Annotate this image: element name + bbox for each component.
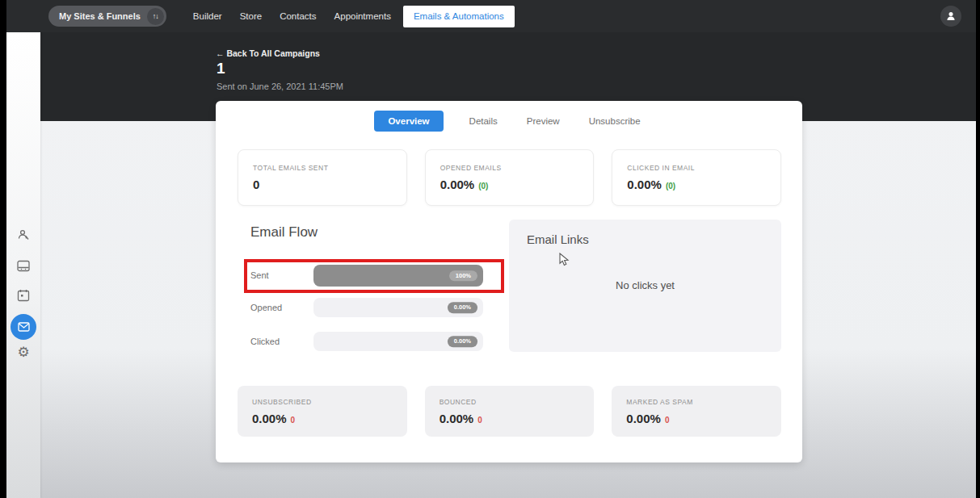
top-stats-row: TOTAL EMAILS SENT 0 OPENED EMAILS 0.00%(… <box>238 149 781 206</box>
stat-unsubscribed: UNSUBSCRIBED 0.00%0 <box>238 386 407 437</box>
stat-value: 0.00%0 <box>440 412 580 425</box>
tab-preview[interactable]: Preview <box>524 111 563 132</box>
top-navbar: My Sites & Funnels ↑↓ Builder Store Cont… <box>6 0 976 32</box>
back-to-campaigns-link[interactable]: ← Back To All Campaigns <box>216 48 320 58</box>
person-icon <box>944 10 957 23</box>
nav-item-emails-automations[interactable]: Emails & Automations <box>403 6 515 27</box>
nav-item-appointments[interactable]: Appointments <box>326 0 400 32</box>
mouse-cursor-icon <box>559 253 570 266</box>
stat-label: TOTAL EMAILS SENT <box>253 164 392 172</box>
stat-label: CLICKED IN EMAIL <box>627 164 766 172</box>
stat-count: (0) <box>666 182 675 190</box>
tab-overview[interactable]: Overview <box>374 111 443 132</box>
flow-label-opened: Opened <box>250 303 282 312</box>
stat-label: MARKED AS SPAM <box>626 398 767 406</box>
stat-value: 0.00%(0) <box>627 178 766 191</box>
stat-clicked-in-email: CLICKED IN EMAIL 0.00%(0) <box>612 149 781 206</box>
stat-value: 0.00%0 <box>252 412 393 425</box>
stat-value: 0 <box>253 178 392 191</box>
flow-label-sent: Sent <box>250 270 269 280</box>
bottom-stats-row: UNSUBSCRIBED 0.00%0 BOUNCED 0.00%0 MARKE… <box>238 386 781 437</box>
stat-marked-as-spam: MARKED AS SPAM 0.00%0 <box>612 386 781 437</box>
stat-count: 0 <box>291 416 296 425</box>
campaign-title: 1 <box>217 60 225 77</box>
contacts-icon[interactable] <box>17 228 31 242</box>
nav-item-contacts[interactable]: Contacts <box>271 0 325 32</box>
stat-count: 0 <box>665 416 670 425</box>
tab-unsubscribe[interactable]: Unsubscribe <box>586 111 644 132</box>
stat-value: 0.00%0 <box>626 412 767 425</box>
flow-bar-opened: 0.00% <box>313 298 483 317</box>
email-icon[interactable] <box>11 314 36 340</box>
campaign-stats-card: Overview Details Preview Unsubscribe TOT… <box>216 101 802 462</box>
sites-icon[interactable] <box>17 260 31 272</box>
calendar-icon[interactable] <box>17 289 30 302</box>
stat-total-emails-sent: TOTAL EMAILS SENT 0 <box>238 149 407 206</box>
email-active-bubble <box>11 314 36 340</box>
stat-label: UNSUBSCRIBED <box>252 398 393 406</box>
no-clicks-message: No clicks yet <box>509 279 781 291</box>
email-links-panel: Email Links No clicks yet <box>509 220 781 352</box>
flow-badge-sent: 100% <box>449 270 477 282</box>
my-sites-funnels-button[interactable]: My Sites & Funnels ↑↓ <box>48 6 166 27</box>
nav-items: Builder Store Contacts Appointments Emai… <box>184 0 515 32</box>
stat-label: OPENED EMAILS <box>440 164 579 172</box>
nav-item-builder[interactable]: Builder <box>184 0 231 32</box>
sort-arrows-icon[interactable]: ↑↓ <box>147 8 164 25</box>
nav-item-store[interactable]: Store <box>231 0 271 32</box>
stat-bounced: BOUNCED 0.00%0 <box>425 386 595 437</box>
flow-badge-clicked: 0.00% <box>448 336 477 347</box>
user-avatar[interactable] <box>940 6 961 27</box>
flow-bar-sent: 100% <box>313 265 483 287</box>
flow-badge-opened: 0.00% <box>448 302 477 313</box>
stat-value: 0.00%(0) <box>440 178 579 191</box>
email-flow-title: Email Flow <box>250 224 318 241</box>
flow-bar-clicked: 0.00% <box>313 332 483 351</box>
stat-label: BOUNCED <box>440 398 580 406</box>
flow-label-clicked: Clicked <box>250 337 280 346</box>
campaign-sent-date: Sent on June 26, 2021 11:45PM <box>217 82 343 91</box>
stat-count: (0) <box>478 182 488 190</box>
tab-details[interactable]: Details <box>466 111 501 132</box>
gear-icon[interactable]: ⚙ <box>17 345 29 359</box>
my-sites-funnels-label: My Sites & Funnels <box>59 11 141 21</box>
left-sidebar: ⚙ <box>6 32 40 498</box>
stat-count: 0 <box>477 416 482 425</box>
stat-opened-emails: OPENED EMAILS 0.00%(0) <box>425 149 595 206</box>
email-links-title: Email Links <box>527 232 589 246</box>
tab-bar: Overview Details Preview Unsubscribe <box>216 111 802 132</box>
app-frame: My Sites & Funnels ↑↓ Builder Store Cont… <box>6 0 976 498</box>
